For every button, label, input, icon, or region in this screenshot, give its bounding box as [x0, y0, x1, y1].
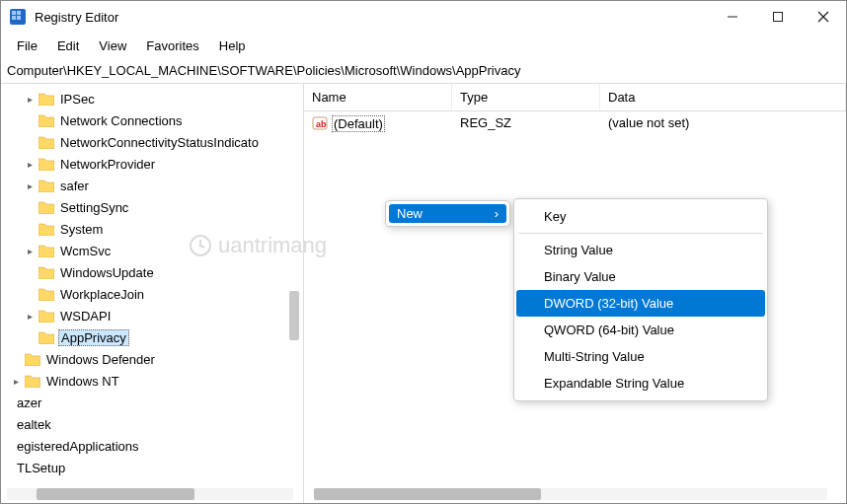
tree-item-label: egisteredApplications: [15, 439, 139, 454]
tree-hscrollbar[interactable]: [7, 488, 293, 500]
col-name[interactable]: Name: [304, 84, 452, 110]
value-data: (value not set): [600, 115, 846, 134]
address-bar[interactable]: Computer\HKEY_LOCAL_MACHINE\SOFTWARE\Pol…: [1, 58, 846, 84]
maximize-button[interactable]: [755, 1, 801, 33]
tree-item[interactable]: Network Connections: [1, 109, 303, 131]
svg-rect-2: [17, 11, 21, 15]
context-submenu-new: KeyString ValueBinary ValueDWORD (32-bit…: [513, 198, 768, 401]
chevron-icon[interactable]: ▸: [23, 159, 37, 170]
tree-item[interactable]: SettingSync: [1, 196, 303, 218]
menubar: File Edit View Favorites Help: [1, 33, 846, 58]
folder-icon: [38, 157, 54, 171]
ctx-item[interactable]: Binary Value: [516, 263, 765, 290]
tree-item-label: Network Connections: [58, 113, 183, 128]
folder-icon: [25, 352, 40, 366]
tree-item[interactable]: TLSetup: [1, 457, 303, 478]
tree-item-label: WcmSvc: [58, 244, 111, 258]
tree-vscrollbar[interactable]: [289, 291, 299, 340]
ctx-item[interactable]: DWORD (32-bit) Value: [516, 290, 765, 317]
folder-icon: [38, 222, 54, 236]
folder-icon: [38, 200, 54, 214]
tree-item-label: System: [58, 222, 103, 237]
tree-item-label: WindowsUpdate: [58, 265, 154, 280]
tree-item-label: AppPrivacy: [58, 329, 129, 346]
list-header: Name Type Data: [304, 84, 846, 111]
menu-view[interactable]: View: [89, 36, 136, 56]
titlebar: Registry Editor: [1, 1, 846, 33]
menu-edit[interactable]: Edit: [47, 36, 89, 56]
tree-item[interactable]: WindowsUpdate: [1, 261, 303, 283]
regedit-icon: [9, 8, 27, 26]
tree-item[interactable]: ▸NetworkProvider: [1, 153, 303, 175]
menu-file[interactable]: File: [7, 36, 47, 56]
tree-item[interactable]: ▸WSDAPI: [1, 305, 303, 326]
tree-item-label: IPSec: [58, 92, 95, 107]
folder-icon: [38, 113, 54, 127]
address-path: Computer\HKEY_LOCAL_MACHINE\SOFTWARE\Pol…: [7, 63, 840, 78]
svg-rect-1: [12, 11, 16, 15]
tree-item[interactable]: WorkplaceJoin: [1, 283, 303, 305]
tree-item-label: NetworkProvider: [58, 157, 155, 172]
ctx-new-item[interactable]: New ›: [389, 204, 506, 223]
tree-item[interactable]: ▸Windows NT: [1, 370, 303, 392]
ctx-item[interactable]: Key: [516, 203, 765, 230]
svg-rect-3: [12, 16, 16, 20]
ctx-item[interactable]: QWORD (64-bit) Value: [516, 317, 765, 343]
tree-item[interactable]: ▸safer: [1, 175, 303, 196]
svg-rect-6: [774, 13, 783, 22]
value-name: (Default): [332, 115, 385, 132]
chevron-icon[interactable]: ▸: [23, 94, 37, 105]
tree-item-label: safer: [58, 179, 89, 193]
ctx-item[interactable]: String Value: [516, 237, 765, 263]
svg-rect-4: [17, 16, 21, 20]
svg-text:ab: ab: [316, 119, 327, 129]
folder-icon: [38, 135, 54, 149]
context-menu-new: New ›: [385, 200, 510, 227]
chevron-icon[interactable]: ▸: [9, 376, 23, 387]
folder-icon: [38, 330, 54, 344]
folder-icon: [38, 179, 54, 192]
folder-icon: [38, 265, 54, 279]
chevron-icon[interactable]: ▸: [23, 311, 37, 322]
tree-item[interactable]: ▸WcmSvc: [1, 240, 303, 261]
list-hscrollbar[interactable]: [314, 488, 827, 500]
menu-help[interactable]: Help: [209, 36, 256, 56]
tree-item-label: NetworkConnectivityStatusIndicato: [58, 135, 259, 150]
tree-item-label: ealtek: [15, 417, 51, 432]
col-type[interactable]: Type: [452, 84, 600, 110]
tree-item[interactable]: NetworkConnectivityStatusIndicato: [1, 131, 303, 153]
value-type: REG_SZ: [452, 115, 600, 134]
col-data[interactable]: Data: [600, 84, 846, 110]
tree-item[interactable]: egisteredApplications: [1, 435, 303, 457]
menu-favorites[interactable]: Favorites: [136, 36, 208, 56]
tree-item-label: azer: [15, 396, 41, 410]
tree-item-label: TLSetup: [15, 461, 65, 475]
folder-icon: [25, 374, 40, 388]
tree-item[interactable]: ealtek: [1, 413, 303, 435]
folder-icon: [38, 92, 54, 106]
string-value-icon: ab: [312, 119, 328, 134]
folder-icon: [38, 287, 54, 301]
submenu-arrow-icon: ›: [495, 206, 499, 221]
minimize-button[interactable]: [710, 1, 755, 33]
tree-item[interactable]: AppPrivacy: [1, 326, 303, 348]
tree-item-label: WorkplaceJoin: [58, 287, 144, 302]
chevron-icon[interactable]: ▸: [23, 180, 37, 191]
tree-item[interactable]: ▸IPSec: [1, 88, 303, 109]
folder-icon: [38, 244, 54, 257]
list-row[interactable]: ab(Default)REG_SZ(value not set): [304, 111, 846, 138]
tree-item-label: Windows NT: [44, 374, 119, 389]
ctx-new-label: New: [397, 206, 423, 221]
menu-separator: [518, 233, 763, 234]
tree-item[interactable]: Windows Defender: [1, 348, 303, 370]
ctx-item[interactable]: Expandable String Value: [516, 370, 765, 396]
folder-icon: [38, 309, 54, 323]
tree-item[interactable]: azer: [1, 392, 303, 413]
tree-item[interactable]: System: [1, 218, 303, 240]
tree-item-label: WSDAPI: [58, 309, 111, 324]
chevron-icon[interactable]: ▸: [23, 246, 37, 256]
tree-panel: ▸IPSecNetwork ConnectionsNetworkConnecti…: [1, 84, 304, 504]
close-button[interactable]: [801, 1, 846, 33]
ctx-item[interactable]: Multi-String Value: [516, 343, 765, 370]
tree-item-label: SettingSync: [58, 200, 128, 215]
